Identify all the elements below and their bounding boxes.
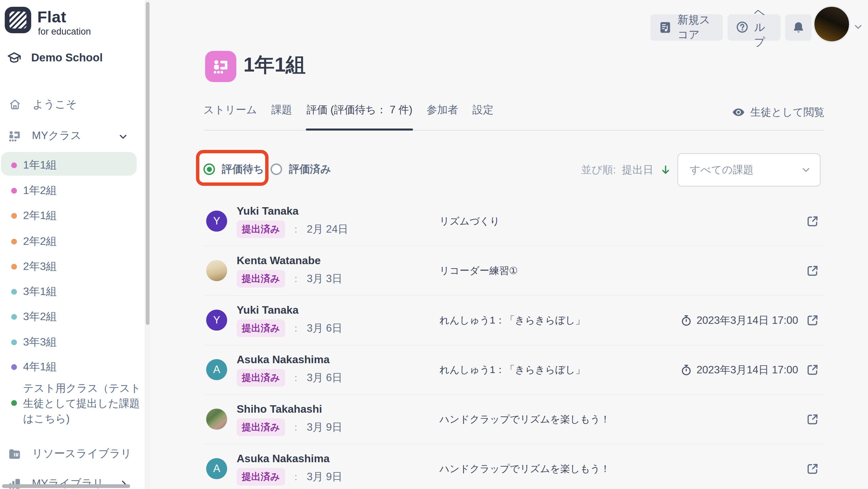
classes-icon — [7, 129, 21, 142]
class-color-dot — [11, 364, 17, 370]
external-link-icon[interactable] — [806, 215, 819, 228]
sidebar-item-class-4-1[interactable]: 4年1組 — [0, 359, 57, 374]
page-title: 1年1組 — [243, 52, 306, 79]
external-link-icon[interactable] — [806, 413, 819, 426]
student-avatar: A — [206, 458, 227, 479]
assignment-filter-select[interactable]: すべての課題 — [677, 153, 821, 187]
student-name: Yuki Tanaka — [237, 304, 299, 316]
submission-date: 3月 6日 — [307, 371, 342, 385]
new-score-button[interactable]: 新規スコア — [650, 14, 723, 41]
class-label: 2年3組 — [23, 259, 57, 274]
stopwatch-icon — [680, 364, 692, 376]
view-as-student-label: 生徒として閲覧 — [750, 105, 825, 119]
help-button[interactable]: ヘルプ — [728, 14, 781, 41]
submission-date: 3月 6日 — [307, 321, 342, 335]
user-avatar[interactable] — [813, 5, 850, 43]
external-link-icon[interactable] — [806, 363, 819, 377]
class-label: 3年2組 — [23, 309, 57, 324]
sidebar-item-class-3-2[interactable]: 3年2組 — [0, 309, 57, 324]
filter-radio-pending[interactable]: 評価待ち — [203, 162, 264, 176]
new-score-label: 新規スコア — [677, 13, 715, 42]
class-label: テスト用クラス（テスト生徒として提出した課題はこちら) — [23, 380, 142, 426]
tab-settings[interactable]: 設定 — [472, 103, 493, 130]
sidebar-scrollbar-thumb[interactable] — [146, 2, 150, 325]
help-icon — [736, 21, 749, 34]
submission-date: 3月 9日 — [307, 420, 342, 434]
due-date-text: 2023年3月14日 17:00 — [696, 363, 798, 377]
sidebar: Flat for education Demo School ようこそ — [0, 0, 145, 489]
class-label: 3年3組 — [23, 335, 57, 350]
submission-date: 3月 3日 — [307, 272, 342, 286]
separator: ： — [291, 470, 301, 484]
submission-row: Shiho Takahashi 提出済み ： 3月 9日 ハンドクラップでリズム… — [203, 395, 825, 444]
sort-arrow-down-icon[interactable] — [659, 164, 672, 176]
sidebar-item-class-2-2[interactable]: 2年2組 — [0, 234, 57, 249]
separator: ： — [291, 420, 301, 434]
due-date: 2023年3月14日 17:00 — [680, 313, 798, 328]
app-logo-title: Flat — [37, 7, 66, 26]
tab-members[interactable]: 参加者 — [427, 103, 458, 130]
student-name: Asuka Nakashima — [237, 452, 330, 465]
sidebar-item-label: MYクラス — [32, 128, 81, 143]
stopwatch-icon — [680, 314, 692, 327]
sidebar-item-resource-library[interactable]: リソースライブラリ — [7, 446, 132, 461]
avatar-initial: Y — [213, 215, 220, 227]
chevron-down-icon[interactable] — [118, 132, 128, 142]
chevron-down-icon[interactable] — [853, 22, 863, 32]
school-selector[interactable]: Demo School — [7, 50, 103, 65]
tab-grading[interactable]: 評価 (評価待ち： 7 件) — [307, 103, 412, 130]
student-avatar — [206, 409, 227, 430]
help-label: ヘルプ — [754, 5, 772, 50]
sidebar-item-class-1-2[interactable]: 1年2組 — [0, 183, 57, 198]
radio-selected-icon[interactable] — [203, 163, 215, 175]
graded-filter-label: 評価済み — [289, 162, 331, 176]
sidebar-item-class-1-1[interactable]: 1年1組 — [0, 158, 57, 173]
separator: ： — [291, 272, 301, 286]
separator: ： — [291, 321, 301, 335]
avatar-initial: A — [213, 463, 220, 475]
filter-radio-graded[interactable]: 評価済み — [271, 162, 331, 176]
notifications-button[interactable] — [785, 14, 812, 41]
class-avatar-icon — [205, 51, 236, 82]
sidebar-item-label: リソースライブラリ — [32, 446, 132, 461]
resource-library-icon — [7, 447, 21, 461]
student-name: Kenta Watanabe — [237, 254, 321, 267]
sidebar-item-class-3-3[interactable]: 3年3組 — [0, 335, 57, 350]
external-link-icon[interactable] — [806, 462, 819, 476]
status-badge: 提出済み — [237, 220, 285, 238]
tab-assignments[interactable]: 課題 — [271, 103, 292, 130]
sidebar-item-my-classes[interactable]: MYクラス — [7, 128, 81, 143]
due-date: 2023年3月14日 17:00 — [680, 363, 798, 377]
home-icon — [8, 98, 22, 111]
class-color-dot — [11, 213, 17, 219]
external-link-icon[interactable] — [806, 314, 819, 327]
sidebar-scrollbar[interactable] — [145, 0, 150, 489]
radio-unselected-icon[interactable] — [271, 163, 282, 175]
sort-control[interactable]: 並び順: 提出日 — [581, 163, 672, 177]
tab-stream[interactable]: ストリーム — [203, 103, 257, 130]
sort-value: 提出日 — [622, 163, 653, 177]
student-name: Yuki Tanaka — [237, 205, 299, 217]
class-label: 2年1組 — [23, 208, 57, 223]
student-avatar: Y — [206, 310, 227, 331]
assignment-title: ハンドクラップでリズムを楽しもう！ — [439, 395, 610, 444]
external-link-icon[interactable] — [806, 264, 819, 278]
sidebar-item-class-test[interactable]: テスト用クラス（テスト生徒として提出した課題はこちら) — [0, 380, 142, 426]
sidebar-item-welcome[interactable]: ようこそ — [8, 97, 77, 112]
eye-icon — [732, 106, 745, 119]
sidebar-item-class-2-1[interactable]: 2年1組 — [0, 208, 57, 223]
class-label: 1年1組 — [23, 158, 57, 173]
submission-row: Y Yuki Tanaka 提出済み ： 3月 6日 れんしゅう1：「きらきらぼ… — [203, 296, 825, 345]
assignment-title: リコーダー練習① — [439, 246, 518, 295]
graduation-cap-icon — [7, 50, 22, 65]
status-badge: 提出済み — [237, 369, 285, 387]
sidebar-item-class-3-1[interactable]: 3年1組 — [0, 284, 57, 299]
submission-date: 2月 24日 — [307, 222, 348, 236]
horizontal-scrollbar-thumb[interactable] — [2, 484, 130, 488]
view-as-student-button[interactable]: 生徒として閲覧 — [732, 105, 825, 119]
app-logo-subtitle: for education — [38, 26, 91, 37]
student-avatar: Y — [206, 211, 227, 232]
class-color-dot — [11, 162, 17, 168]
sidebar-item-class-2-3[interactable]: 2年3組 — [0, 259, 57, 274]
app-window: Flat for education Demo School ようこそ — [0, 0, 868, 489]
